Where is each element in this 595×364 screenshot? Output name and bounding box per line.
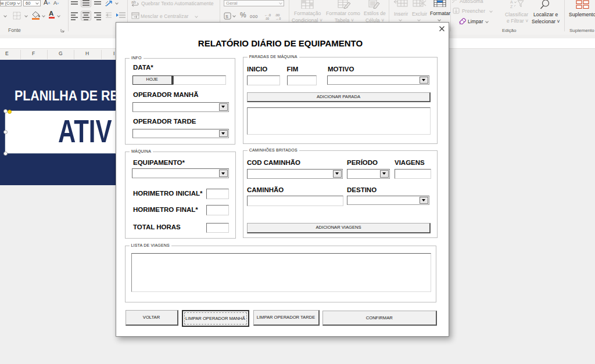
svg-text:Z: Z — [510, 5, 513, 8]
svg-text:.00: .00 — [265, 17, 269, 20]
svg-text:$: $ — [225, 14, 228, 19]
svg-text:ab: ab — [131, 0, 136, 4]
svg-text:→.0: →.0 — [275, 17, 281, 20]
svg-text:A: A — [510, 0, 513, 4]
